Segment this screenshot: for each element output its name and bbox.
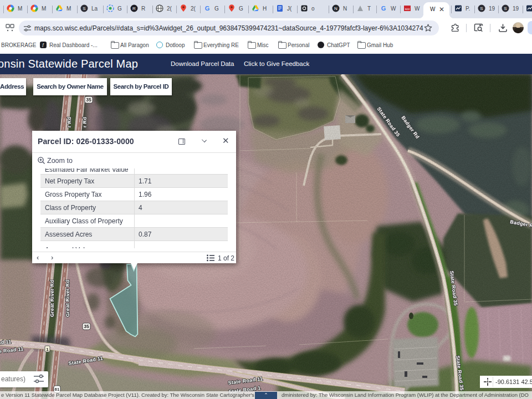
svg-text:N: N xyxy=(334,6,337,11)
svg-text:S: S xyxy=(504,6,507,11)
svg-text:R: R xyxy=(132,6,136,11)
svg-text:G: G xyxy=(381,5,386,12)
svg-text:Great River Rd: Great River Rd xyxy=(65,280,70,317)
svg-text:G: G xyxy=(205,5,210,12)
svg-text:35: 35 xyxy=(86,97,91,103)
svg-text:S: S xyxy=(480,6,483,11)
svg-text:1: 1 xyxy=(46,347,49,352)
svg-text:Great River Rd: Great River Rd xyxy=(49,280,55,317)
svg-text:S: S xyxy=(83,6,85,11)
svg-text:sco: sco xyxy=(405,7,410,11)
svg-text:r Rd: r Rd xyxy=(82,117,88,127)
svg-text:r Rd: r Rd xyxy=(66,117,72,127)
svg-text:35: 35 xyxy=(84,324,89,329)
